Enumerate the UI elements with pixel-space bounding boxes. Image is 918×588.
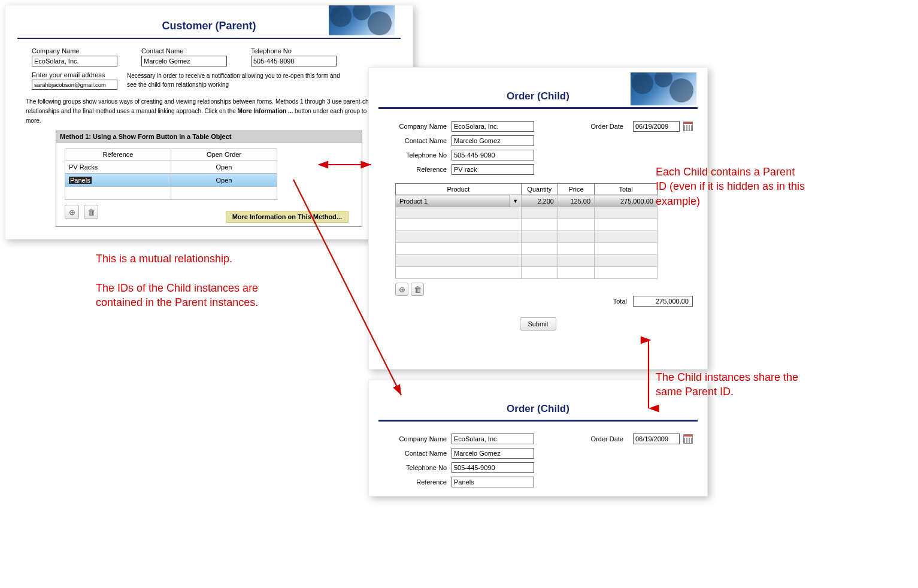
annotation-right-1: Each Child contains a Parent ID (even if… bbox=[656, 165, 805, 208]
method1-table: Reference Open Order PV Racks Open Panel… bbox=[65, 148, 277, 200]
reference-label: Reference bbox=[383, 478, 452, 486]
col-total: Total bbox=[595, 184, 658, 195]
reference-input[interactable] bbox=[452, 477, 534, 487]
company-label: Company Name bbox=[383, 435, 452, 442]
grand-total-label: Total bbox=[613, 298, 627, 305]
calendar-icon[interactable] bbox=[683, 122, 693, 131]
col-product: Product bbox=[396, 184, 522, 195]
email-note: Necessary in order to receive a notifica… bbox=[127, 71, 343, 89]
annotation-right-2: The Child instances share the same Paren… bbox=[656, 370, 805, 399]
submit-button[interactable]: Submit bbox=[520, 317, 556, 331]
telephone-input[interactable] bbox=[452, 150, 534, 160]
gears-image bbox=[631, 72, 696, 105]
telephone-input[interactable] bbox=[452, 462, 534, 473]
svg-point-1 bbox=[353, 5, 371, 20]
email-input[interactable] bbox=[32, 80, 117, 90]
svg-point-2 bbox=[368, 11, 392, 35]
company-label: Company Name bbox=[32, 47, 117, 54]
add-row-icon[interactable]: ⊕ bbox=[65, 205, 79, 219]
grand-total-value: 275,000.00 bbox=[633, 296, 693, 307]
delete-row-icon[interactable]: 🗑 bbox=[84, 205, 98, 219]
open-button[interactable]: Open bbox=[171, 174, 277, 187]
reference-input[interactable] bbox=[452, 164, 534, 175]
order-date-input[interactable] bbox=[633, 121, 680, 132]
product-dropdown-icon[interactable]: ▼ bbox=[510, 195, 521, 207]
svg-point-3 bbox=[632, 72, 653, 94]
delete-row-icon[interactable]: 🗑 bbox=[411, 283, 424, 296]
annotation-left: This is a mutual relationship. The IDs o… bbox=[96, 251, 293, 310]
order-child-form-1: Order (Child) Company Name Order Date Co… bbox=[368, 67, 708, 369]
contact-label: Contact Name bbox=[383, 450, 452, 457]
add-row-icon[interactable]: ⊕ bbox=[395, 283, 408, 296]
method1-group: Method 1: Using a Show Form Button in a … bbox=[56, 131, 362, 227]
email-label: Enter your email address bbox=[32, 71, 117, 78]
calendar-icon[interactable] bbox=[683, 434, 693, 444]
intro-paragraph: The following groups show various ways o… bbox=[5, 91, 413, 126]
reference-label: Reference bbox=[383, 166, 452, 173]
col-quantity: Quantity bbox=[521, 184, 558, 195]
col-open-order: Open Order bbox=[171, 149, 277, 160]
company-input[interactable] bbox=[452, 434, 534, 444]
table-row[interactable]: Product 1 ▼ 2,200 125.00 275,000.00 bbox=[396, 195, 658, 207]
method1-title: Method 1: Using a Show Form Button in a … bbox=[56, 131, 362, 143]
order-date-label: Order Date bbox=[591, 435, 623, 442]
contact-input[interactable] bbox=[141, 56, 227, 66]
product-table: Product Quantity Price Total Product 1 ▼… bbox=[395, 183, 658, 279]
contact-label: Contact Name bbox=[141, 47, 227, 54]
company-label: Company Name bbox=[383, 123, 452, 130]
svg-point-4 bbox=[655, 72, 672, 87]
telephone-label: Telephone No bbox=[383, 464, 452, 471]
gears-image bbox=[329, 5, 395, 35]
telephone-label: Telephone No bbox=[251, 47, 337, 54]
open-button[interactable]: Open bbox=[171, 160, 277, 174]
company-input[interactable] bbox=[452, 121, 534, 132]
telephone-input[interactable] bbox=[251, 56, 337, 66]
more-info-button[interactable]: More Information on This Method... bbox=[226, 211, 349, 223]
col-price: Price bbox=[558, 184, 594, 195]
contact-input[interactable] bbox=[452, 448, 534, 459]
contact-input[interactable] bbox=[452, 135, 534, 146]
svg-point-5 bbox=[669, 78, 693, 102]
order-date-label: Order Date bbox=[591, 123, 623, 130]
telephone-label: Telephone No bbox=[383, 151, 452, 159]
table-row[interactable]: Panels Open bbox=[65, 174, 277, 187]
table-row[interactable]: PV Racks Open bbox=[65, 160, 277, 174]
customer-parent-form: Customer (Parent) Company Name Contact N… bbox=[5, 5, 413, 240]
order-date-input[interactable] bbox=[633, 434, 680, 444]
col-reference: Reference bbox=[65, 149, 171, 160]
svg-point-0 bbox=[330, 5, 352, 27]
company-input[interactable] bbox=[32, 56, 117, 66]
contact-label: Contact Name bbox=[383, 137, 452, 144]
